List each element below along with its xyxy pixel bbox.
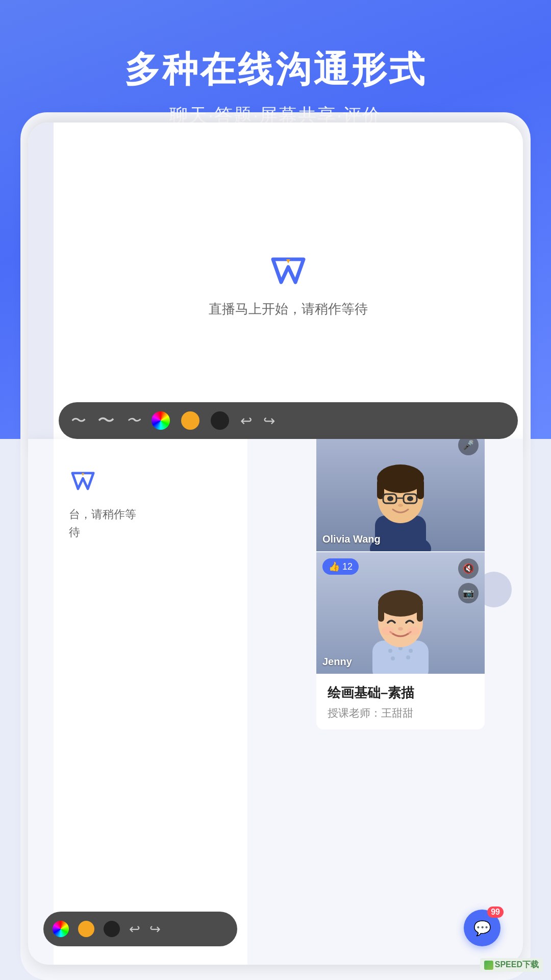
svg-point-15 [407,496,413,501]
student-name-tag: Jenny [322,656,352,668]
w-logo-top [268,254,309,290]
svg-marker-3 [82,473,84,476]
svg-point-25 [378,590,423,617]
watermark: SPEED下载 [480,958,543,972]
svg-point-21 [391,656,395,660]
waiting-text-top: 直播马上开始，请稍作等待 [209,300,368,318]
undo-btn-bottom[interactable]: ↩ [129,921,140,937]
course-teacher-info: 授课老师：王甜甜 [328,706,473,720]
undo-btn-top[interactable]: ↩ [240,412,252,429]
student-video-card: 👍 12 🔇 📷 Jenny [316,551,485,674]
svg-point-14 [387,496,393,501]
color-rainbow-dot-bottom[interactable] [53,921,69,937]
waiting-text-bottom: 台，请稍作等待 [69,505,136,541]
drawing-toolbar-top: 〜 〜 〜 ↩ ↪ [59,402,518,439]
bottom-screen-left: 台，请稍作等待 [54,439,247,965]
svg-point-28 [398,627,403,631]
svg-point-29 [382,627,394,635]
color-orange-dot-top[interactable] [181,411,199,430]
svg-point-30 [407,627,419,635]
left-sidebar-bar [28,122,54,449]
redo-btn-bottom[interactable]: ↪ [149,921,161,937]
like-count: 12 [342,561,353,572]
course-info-box: 绘画基础–素描 授课老师：王甜甜 [316,674,485,729]
svg-point-22 [406,655,410,659]
chat-fab-button[interactable]: 💬 99 [464,910,500,946]
page-title: 多种在线沟通形式 [124,46,427,94]
svg-marker-1 [286,259,290,263]
teacher-name-tag: Olivia Wang [322,533,381,545]
teacher-label: 授课老师： [328,707,381,719]
drawing-toolbar-bottom: ↩ ↪ [43,912,237,946]
mute-icon: 🔇 [463,563,474,574]
color-black-dot-bottom[interactable] [104,921,120,937]
w-logo-bottom [69,470,97,496]
watermark-text: SPEED下载 [495,960,539,970]
color-black-dot-top[interactable] [211,411,229,430]
camera-icon: 📷 [463,587,474,599]
redo-btn-top[interactable]: ↪ [263,412,275,429]
mute-button[interactable]: 🔇 [458,558,479,579]
teacher-name: 王甜甜 [381,707,413,719]
watermark-logo-icon [484,961,493,970]
student-avatar [360,572,441,674]
svg-rect-27 [417,603,423,622]
brush-medium-icon[interactable]: 〜 [97,409,115,432]
svg-point-18 [388,649,392,653]
brush-thin-icon[interactable]: 〜 [71,410,86,431]
svg-point-16 [398,504,403,507]
color-orange-dot-bottom[interactable] [78,921,94,937]
course-title: 绘画基础–素描 [328,684,473,702]
color-rainbow-dot-top[interactable] [152,411,170,430]
thumbs-up-icon: 👍 [329,561,340,572]
svg-point-20 [409,649,413,653]
like-badge[interactable]: 👍 12 [322,558,359,575]
video-panel: 🎤 Olivia Wang [316,439,485,729]
chat-icon: 💬 [473,920,491,937]
teacher-video-card: 🎤 Olivia Wang [316,439,485,551]
chat-notification-badge: 99 [487,906,504,918]
main-screen-top: 直播马上开始，请稍作等待 [54,122,523,449]
svg-rect-10 [417,479,424,499]
brush-thick-icon[interactable]: 〜 [126,411,140,430]
svg-rect-26 [378,603,384,622]
camera-button[interactable]: 📷 [458,583,479,603]
